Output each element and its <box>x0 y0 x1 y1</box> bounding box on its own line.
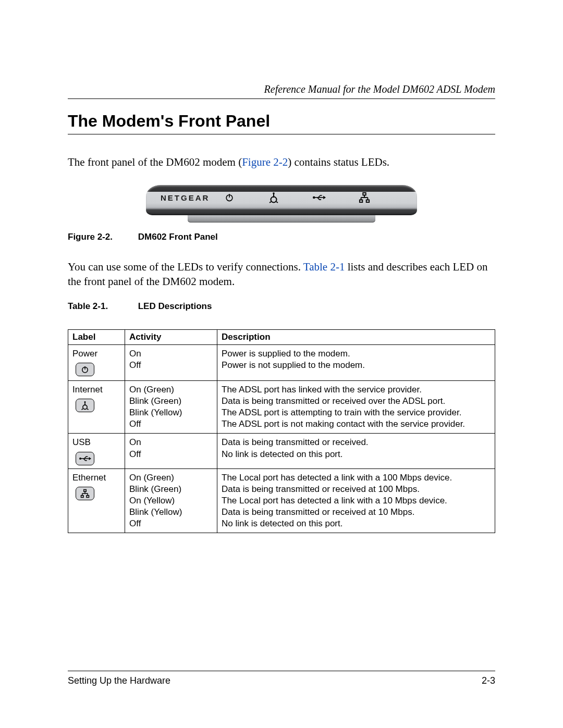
intro-paragraph-1: The front panel of the DM602 modem (Figu… <box>68 155 495 169</box>
table-ref-link[interactable]: Table 2-1 <box>303 261 345 273</box>
led-descriptions-table: Label Activity Description Power On Off <box>68 329 495 533</box>
intro-paragraph-2: You can use some of the LEDs to verify c… <box>68 260 495 289</box>
svg-rect-27 <box>84 489 87 491</box>
activity-line: Off <box>129 360 213 371</box>
activity-line: On (Green) <box>129 384 213 396</box>
svg-point-19 <box>83 405 87 409</box>
activity-line: On (Yellow) <box>129 495 213 507</box>
text: You can use some of the LEDs to verify c… <box>68 261 303 273</box>
desc-line: The ADSL port is not making contact with… <box>222 418 491 430</box>
label-cell-usb: USB <box>68 434 125 468</box>
page-footer: Setting Up the Hardware 2-3 <box>68 671 495 686</box>
desc-line: Data is being transmitted or received at… <box>222 484 491 495</box>
desc-line: The ADSL port is attempting to train wit… <box>222 407 491 418</box>
activity-line: Off <box>129 418 213 430</box>
description-cell: The Local port has detected a link with … <box>217 468 495 533</box>
svg-point-2 <box>271 197 276 203</box>
svg-rect-11 <box>360 200 363 203</box>
text: The front panel of the DM602 modem ( <box>68 156 242 168</box>
activity-line: Blink (Green) <box>129 396 213 407</box>
activity-cell: On Off <box>125 434 217 468</box>
col-header-activity: Activity <box>125 329 217 344</box>
label-cell-internet: Internet <box>68 381 125 434</box>
usb-icon <box>76 452 94 465</box>
table-title: LED Descriptions <box>138 301 212 312</box>
activity-cell: On Off <box>125 344 217 380</box>
modem-body: NETGEAR <box>146 185 417 215</box>
activity-cell: On (Green) Blink (Green) On (Yellow) Bli… <box>125 468 217 533</box>
table-row: USB On Off Data is being transmitted or … <box>68 434 495 468</box>
table-row: Internet On (Green) Blink (Green) Blink … <box>68 381 495 434</box>
desc-line: Power is not supplied to the modem. <box>222 360 491 371</box>
modem-icons-row <box>224 191 370 204</box>
section-rule <box>68 134 495 134</box>
activity-line: Off <box>129 518 213 529</box>
modem-brand-label: NETGEAR <box>161 193 210 202</box>
svg-rect-28 <box>81 495 84 497</box>
desc-line: Data is being transmitted or received at… <box>222 507 491 518</box>
table-number: Table 2-1. <box>68 301 136 312</box>
label-text: Internet <box>72 384 120 396</box>
activity-cell: On (Green) Blink (Green) Blink (Yellow) … <box>125 381 217 434</box>
footer-rule <box>68 671 495 671</box>
desc-line: Data is being transmitted or received. <box>222 437 491 448</box>
desc-line: No link is detected on this port. <box>222 518 491 529</box>
usb-icon <box>312 193 326 202</box>
footer-right: 2-3 <box>482 675 495 686</box>
desc-line: The Local port has detected a link with … <box>222 495 491 507</box>
desc-line: No link is detected on this port. <box>222 449 491 460</box>
table-caption: Table 2-1. LED Descriptions <box>68 301 495 312</box>
modem-foot <box>188 215 375 223</box>
activity-line: On (Green) <box>129 472 213 484</box>
ethernet-icon <box>76 487 94 500</box>
description-cell: The ADSL port has linked with the servic… <box>217 381 495 434</box>
svg-line-5 <box>270 202 271 203</box>
label-cell-ethernet: Ethernet <box>68 468 125 533</box>
activity-line: Blink (Green) <box>129 484 213 495</box>
description-cell: Data is being transmitted or received. N… <box>217 434 495 468</box>
internet-icon <box>267 192 280 203</box>
document-header: Reference Manual for the Model DM602 ADS… <box>68 83 495 95</box>
svg-marker-26 <box>89 457 92 460</box>
figure-ref-link[interactable]: Figure 2-2 <box>242 156 288 168</box>
power-icon <box>224 192 235 203</box>
section-title: The Modem's Front Panel <box>68 112 495 131</box>
svg-rect-10 <box>363 193 366 195</box>
svg-point-21 <box>84 401 86 403</box>
power-icon <box>76 363 94 376</box>
svg-line-22 <box>81 409 82 410</box>
figure-caption: Figure 2-2. DM602 Front Panel <box>68 232 495 242</box>
desc-line: Data is being transmitted or received ov… <box>222 396 491 407</box>
description-cell: Power is supplied to the modem. Power is… <box>217 344 495 380</box>
table-row: Ethernet On (Green) Blink (Green) On (Ye… <box>68 468 495 533</box>
label-text: Power <box>72 348 120 360</box>
header-rule <box>68 98 495 99</box>
internet-icon <box>76 399 94 412</box>
svg-rect-12 <box>366 200 370 203</box>
figure-title: DM602 Front Panel <box>138 232 218 242</box>
figure-number: Figure 2-2. <box>68 232 136 242</box>
table-row: Power On Off Power is supplied to the mo… <box>68 344 495 380</box>
svg-rect-29 <box>87 495 89 497</box>
ethernet-icon <box>359 192 370 203</box>
activity-line: Blink (Yellow) <box>129 407 213 418</box>
activity-line: On <box>129 437 213 448</box>
desc-line: The Local port has detected a link with … <box>222 472 491 484</box>
label-cell-power: Power <box>68 344 125 380</box>
activity-line: Off <box>129 449 213 460</box>
svg-line-6 <box>276 202 278 203</box>
activity-line: Blink (Yellow) <box>129 507 213 518</box>
svg-line-23 <box>87 409 88 410</box>
desc-line: The ADSL port has linked with the servic… <box>222 384 491 396</box>
footer-left: Setting Up the Hardware <box>68 675 170 686</box>
modem-figure: NETGEAR <box>146 185 417 223</box>
text: ) contains status LEDs. <box>288 156 389 168</box>
col-header-label: Label <box>68 329 125 344</box>
desc-line: Power is supplied to the modem. <box>222 348 491 360</box>
svg-point-4 <box>273 192 275 194</box>
activity-line: On <box>129 348 213 360</box>
svg-marker-9 <box>323 196 326 200</box>
col-header-description: Description <box>217 329 495 344</box>
label-text: Ethernet <box>72 472 120 484</box>
label-text: USB <box>72 437 120 448</box>
